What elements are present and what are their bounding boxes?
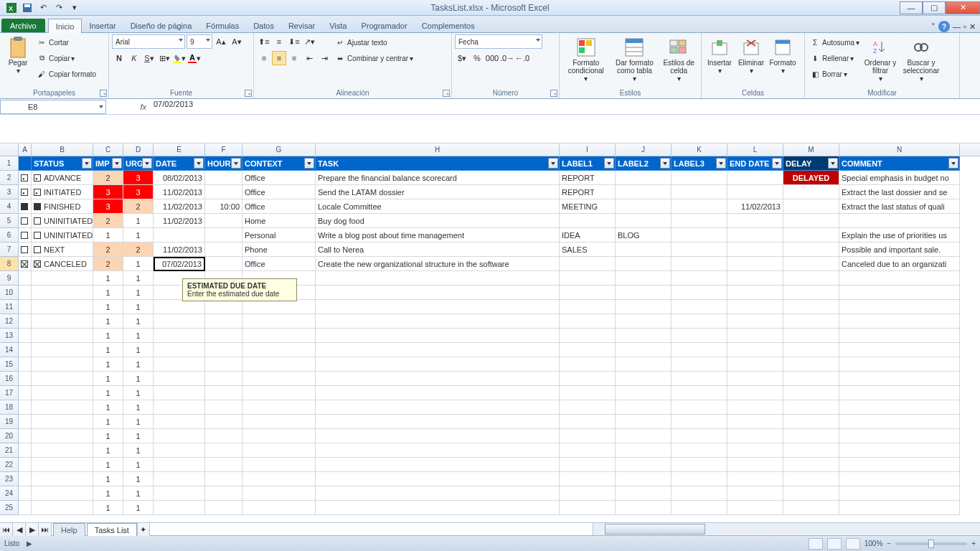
cell[interactable]: 1 [123, 329, 154, 343]
cell[interactable] [839, 357, 960, 372]
currency-icon[interactable]: $▾ [455, 51, 469, 65]
cell[interactable] [727, 372, 783, 386]
cell[interactable] [839, 501, 960, 515]
filter-dropdown-icon[interactable] [548, 158, 558, 169]
cell[interactable]: 1 [93, 314, 123, 329]
cell[interactable] [839, 429, 960, 443]
decrease-indent-icon[interactable]: ⇤ [302, 51, 316, 65]
sheet-tab-help[interactable]: Help [53, 523, 85, 536]
increase-font-icon[interactable]: A▴ [214, 34, 228, 49]
filter-dropdown-icon[interactable] [231, 158, 241, 169]
cell[interactable] [205, 314, 242, 329]
table-header-cell[interactable]: END DATE [727, 156, 783, 171]
cell[interactable] [783, 501, 839, 515]
cell[interactable] [19, 314, 32, 329]
cell[interactable]: SALES [560, 242, 616, 257]
cell[interactable] [616, 300, 672, 314]
ribbon-tab-vista[interactable]: Vista [322, 19, 354, 32]
fx-icon[interactable]: fx [140, 103, 146, 111]
cell[interactable] [727, 429, 783, 443]
align-bottom-icon[interactable]: ⬇≡ [287, 34, 301, 49]
font-size-combo[interactable]: 9 [187, 34, 212, 49]
cell[interactable] [783, 329, 839, 343]
cell[interactable] [839, 443, 960, 458]
zoom-in-icon[interactable]: + [971, 540, 976, 547]
minimize-ribbon-icon[interactable]: ˅ [931, 22, 936, 32]
cell[interactable] [205, 415, 242, 429]
cell[interactable] [205, 472, 242, 486]
cell[interactable] [32, 429, 93, 443]
cell[interactable]: Send the LATAM dossier [316, 185, 560, 199]
cell[interactable] [783, 400, 839, 415]
cell[interactable] [205, 171, 242, 185]
cell[interactable] [242, 458, 316, 472]
cell[interactable]: Office [242, 171, 316, 185]
maximize-button[interactable]: ▢ [923, 1, 946, 14]
cell[interactable] [154, 372, 205, 386]
undo-icon[interactable]: ↶ [36, 1, 50, 14]
cell[interactable]: 1 [93, 472, 123, 486]
cell[interactable] [783, 386, 839, 400]
cell[interactable] [727, 400, 783, 415]
border-button[interactable]: ⊞▾ [157, 51, 171, 65]
cell[interactable] [672, 343, 727, 357]
cut-button[interactable]: ✂Cortar [34, 34, 98, 50]
cell[interactable] [727, 185, 783, 199]
cell[interactable]: 1 [93, 501, 123, 515]
cell[interactable] [242, 400, 316, 415]
qat-dropdown-icon[interactable]: ▾ [67, 1, 82, 14]
row-header[interactable]: 12 [0, 314, 19, 329]
cell[interactable]: UNINITIATED [32, 214, 93, 228]
autosum-button[interactable]: ΣAutosuma ▾ [808, 34, 861, 50]
cell[interactable] [672, 329, 727, 343]
cell[interactable] [205, 185, 242, 199]
page-layout-view-icon[interactable] [827, 538, 842, 550]
cell[interactable]: INITIATED [32, 185, 93, 199]
cell[interactable] [560, 314, 616, 329]
cell[interactable] [205, 501, 242, 515]
cell[interactable] [154, 501, 205, 515]
cell[interactable] [616, 501, 672, 515]
delete-cells-button[interactable]: Eliminar▾ [736, 34, 766, 76]
cell[interactable] [32, 314, 93, 329]
table-header-cell[interactable]: CONTEXT [242, 156, 316, 171]
cell[interactable] [154, 357, 205, 372]
table-header-cell[interactable]: DELAY [783, 156, 839, 171]
cell[interactable] [32, 271, 93, 286]
cell[interactable]: 1 [123, 357, 154, 372]
cell[interactable] [616, 199, 672, 214]
cell[interactable] [672, 486, 727, 501]
cell[interactable] [560, 458, 616, 472]
cell[interactable] [727, 228, 783, 242]
cell[interactable] [242, 415, 316, 429]
row-header[interactable]: 2 [0, 171, 19, 185]
cell[interactable] [783, 472, 839, 486]
row-header[interactable]: 6 [0, 228, 19, 242]
cell[interactable] [783, 486, 839, 501]
cell[interactable]: 1 [123, 501, 154, 515]
cell[interactable] [242, 329, 316, 343]
row-header[interactable]: 20 [0, 429, 19, 443]
cell[interactable] [839, 271, 960, 286]
cell[interactable] [616, 472, 672, 486]
merge-center-button[interactable]: ⬌Combinar y centrar ▾ [333, 50, 415, 66]
cell[interactable] [316, 271, 560, 286]
cell[interactable] [242, 501, 316, 515]
worksheet-grid[interactable]: ABCDEFGHIJKLMN 1STATUSIMPURGDATEHOURCONT… [0, 143, 980, 522]
cell[interactable] [316, 458, 560, 472]
italic-button[interactable]: K [127, 51, 141, 65]
horizontal-scrollbar[interactable] [593, 523, 980, 535]
cell[interactable] [32, 357, 93, 372]
filter-dropdown-icon[interactable] [142, 158, 152, 169]
table-header-cell[interactable]: LABEL3 [672, 156, 727, 171]
cell[interactable]: 1 [123, 429, 154, 443]
filter-dropdown-icon[interactable] [604, 158, 614, 169]
cell[interactable] [783, 199, 839, 214]
cell[interactable] [316, 472, 560, 486]
cell[interactable]: Home [242, 214, 316, 228]
cell[interactable] [32, 415, 93, 429]
cell[interactable]: 1 [93, 415, 123, 429]
ribbon-tab-programador[interactable]: Programador [354, 19, 414, 32]
cell[interactable] [560, 286, 616, 300]
window-restore-icon[interactable]: ▫ [963, 22, 966, 31]
